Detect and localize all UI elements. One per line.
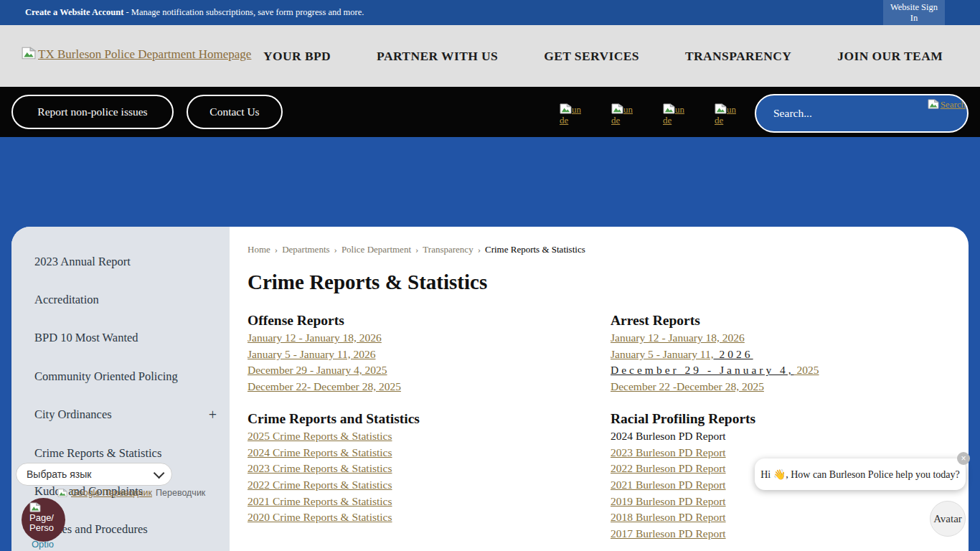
google-translate-attribution[interactable]: Google Переводчик Переводчик: [57, 488, 205, 498]
report-link-part: 2022 Crime Reports & Statistics: [248, 479, 392, 491]
page-personal-options-button[interactable]: Page/ Perso: [22, 498, 65, 542]
sidebar-item-label: City Ordinances: [34, 408, 112, 422]
breadcrumb-link-police-department[interactable]: Police Department: [341, 244, 411, 255]
expand-plus-icon[interactable]: +: [209, 408, 217, 422]
report-link[interactable]: December 29 - January 4, 2025: [611, 364, 819, 376]
section-arrest-reports: Arrest ReportsJanuary 12 - January 18, 2…: [611, 311, 961, 395]
sidebar-item-2023-annual-report[interactable]: 2023 Annual Report: [11, 242, 230, 281]
report-link[interactable]: 2022 Burleson PD Report: [611, 462, 726, 474]
report-link-part: 2024 Burleson PD Report: [611, 430, 726, 442]
site-logo-link[interactable]: TX Burleson Police Department Homepage: [22, 47, 251, 62]
social-link-1[interactable]: unde: [560, 103, 583, 126]
report-link[interactable]: 2021 Crime Reports & Statistics: [248, 495, 392, 507]
report-link-part: December 29 - January 4, 2025: [248, 364, 387, 376]
report-item: 2025 Crime Reports & Statistics: [248, 428, 611, 445]
breadcrumb-separator: ›: [275, 244, 278, 255]
broken-image-glyph: [611, 103, 623, 114]
page-options-label-line1: Page/: [29, 513, 65, 523]
report-link[interactable]: 2022 Crime Reports & Statistics: [248, 479, 392, 491]
report-link[interactable]: 2017 Burleson PD Report: [611, 527, 726, 540]
breadcrumb-separator: ›: [415, 244, 418, 255]
sidebar-item-label: Crime Reports & Statistics: [34, 446, 161, 461]
report-link-part: January 5 - January 11, 2026: [248, 348, 376, 360]
section-heading: Offense Reports: [248, 311, 611, 330]
report-link[interactable]: January 5 - January 11, 2026: [248, 348, 376, 360]
avatar[interactable]: Avatar: [930, 501, 966, 537]
contact-us-button[interactable]: Contact Us: [187, 95, 283, 129]
main-content: Home›Departments›Police Department›Trans…: [230, 227, 969, 551]
report-link[interactable]: 2023 Burleson PD Report: [611, 446, 726, 458]
breadcrumb-separator: ›: [334, 244, 337, 255]
report-link-part: January 12 - January 18, 2026: [248, 331, 382, 344]
social-links: undeundeundeunde: [560, 103, 738, 126]
nav-link-transparency[interactable]: TRANSPARENCY: [685, 49, 791, 63]
sidebar-item-city-ordinances[interactable]: City Ordinances+: [11, 396, 230, 434]
report-link[interactable]: 2023 Crime Reports & Statistics: [248, 462, 392, 474]
topbar-message[interactable]: Create a Website Account - Manage notifi…: [25, 0, 364, 25]
search-input[interactable]: [756, 95, 931, 131]
report-link[interactable]: January 12 - January 18, 2026: [248, 331, 382, 344]
google-translate-alt-text: Google Переводчик: [71, 488, 152, 498]
site-logo-alt-text: TX Burleson Police Department Homepage: [38, 47, 251, 62]
sidebar-item-accreditation[interactable]: Accreditation: [11, 281, 230, 319]
broken-image-icon: [22, 47, 36, 62]
nav-link-join-our-team[interactable]: JOIN OUR TEAM: [837, 49, 943, 63]
report-link-part: 2019 Burleson PD Report: [611, 495, 726, 507]
chevron-down-icon: [154, 467, 165, 479]
report-link[interactable]: 2024 Crime Reports & Statistics: [248, 446, 392, 458]
report-link[interactable]: December 22 -December 28, 2025: [611, 380, 764, 392]
search-submit[interactable]: Search: [928, 99, 966, 110]
search-box[interactable]: Search: [755, 94, 969, 133]
section-heading: Arrest Reports: [611, 311, 961, 330]
nav-item: JOIN OUR TEAM: [837, 49, 943, 64]
report-item: 2021 Crime Reports & Statistics: [248, 494, 611, 510]
report-link[interactable]: 2025 Crime Reports & Statistics: [248, 430, 392, 442]
nav-link-partner-with-us[interactable]: PARTNER WITH US: [377, 49, 498, 63]
nav-item: YOUR BPD: [263, 49, 331, 64]
social-link-4[interactable]: unde: [715, 103, 738, 126]
report-columns: Offense ReportsJanuary 12 - January 18, …: [248, 294, 961, 542]
report-link[interactable]: December 29 - January 4, 2025: [248, 364, 387, 376]
create-account-link[interactable]: Create a Website Account: [25, 7, 123, 17]
broken-image-icon: [57, 488, 67, 498]
sidebar-item-label: Community Oriented Policing: [34, 369, 178, 384]
report-link-part: 2018 Burleson PD Report: [611, 511, 726, 523]
social-link-3[interactable]: unde: [663, 103, 686, 126]
report-link[interactable]: January 5 - January 11, 2026: [611, 348, 753, 360]
breadcrumb-link-departments[interactable]: Departments: [282, 244, 329, 255]
language-select[interactable]: Выбрать язык: [16, 463, 172, 486]
chat-close-icon[interactable]: ×: [957, 452, 970, 465]
report-link-part: 2021 Burleson PD Report: [611, 479, 726, 491]
page-options-link[interactable]: Optio: [32, 539, 54, 550]
report-link[interactable]: 2019 Burleson PD Report: [611, 495, 726, 507]
social-link-2[interactable]: unde: [611, 103, 634, 126]
nav-item: TRANSPARENCY: [685, 49, 791, 64]
report-link[interactable]: January 12 - January 18, 2026: [611, 331, 745, 344]
report-link[interactable]: 2020 Crime Reports & Statistics: [248, 511, 392, 523]
nav-link-get-services[interactable]: GET SERVICES: [544, 49, 639, 63]
report-link-part: 2021 Crime Reports & Statistics: [248, 495, 392, 507]
breadcrumb-link-home[interactable]: Home: [248, 244, 270, 255]
chat-bubble[interactable]: Hi 👋, How can Burleson Police help you t…: [755, 458, 966, 490]
broken-image-glyph: [560, 103, 572, 114]
report-item: January 5 - January 11, 2026: [248, 347, 611, 363]
sidebar-item-community-oriented-policing[interactable]: Community Oriented Policing: [11, 357, 230, 395]
nav-link-your-bpd[interactable]: YOUR BPD: [263, 49, 331, 63]
report-link[interactable]: 2021 Burleson PD Report: [611, 479, 726, 491]
page-options-label-line2: Perso: [29, 523, 65, 533]
section-heading: Crime Reports and Statistics: [248, 410, 611, 428]
main-nav: YOUR BPDPARTNER WITH USGET SERVICESTRANS…: [263, 25, 943, 87]
sidebar-item-bpd-10-most-wanted[interactable]: BPD 10 Most Wanted: [11, 319, 230, 357]
google-translate-label: Переводчик: [156, 488, 205, 498]
report-link[interactable]: December 22- December 28, 2025: [248, 380, 401, 392]
report-non-police-issues-button[interactable]: Report non-police issues: [11, 95, 174, 129]
breadcrumb-link-transparency[interactable]: Transparency: [423, 244, 473, 255]
report-item: 2018 Burleson PD Report: [611, 509, 961, 526]
section-offense-reports: Offense ReportsJanuary 12 - January 18, …: [248, 311, 611, 395]
report-link-part: 2026: [714, 348, 753, 360]
report-item: January 12 - January 18, 2026: [611, 330, 961, 347]
broken-image-icon: [29, 502, 41, 513]
report-item: 2020 Crime Reports & Statistics: [248, 509, 611, 526]
report-link[interactable]: 2018 Burleson PD Report: [611, 511, 726, 523]
website-sign-in-button[interactable]: Website Sign In: [883, 0, 945, 25]
